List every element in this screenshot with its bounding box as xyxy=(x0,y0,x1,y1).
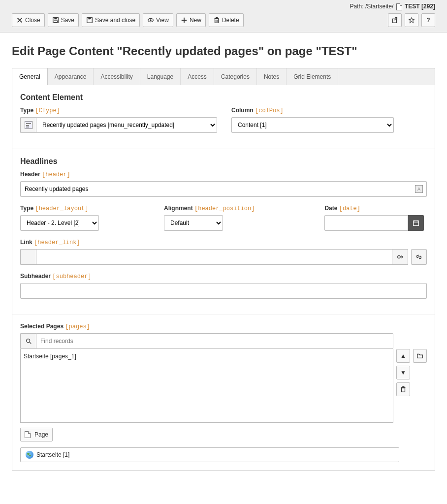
tab-accessibility[interactable]: Accessibility xyxy=(94,68,140,85)
bookmark-button[interactable] xyxy=(405,13,418,27)
column-select[interactable]: Content [1] xyxy=(231,117,394,133)
header-label: Header [header] xyxy=(20,171,427,178)
new-button[interactable]: New xyxy=(176,13,206,27)
remove-item-button[interactable] xyxy=(396,382,410,396)
delete-button[interactable]: Delete xyxy=(209,13,244,27)
page-title: Edit Page Content "Recently updated page… xyxy=(12,44,435,58)
page-icon xyxy=(25,431,31,438)
subheader-input[interactable] xyxy=(20,283,427,299)
page-icon xyxy=(396,3,402,10)
header-layout-select[interactable]: Header - 2. Level [2] xyxy=(20,215,99,231)
tab-access[interactable]: Access xyxy=(181,68,214,85)
save-button[interactable]: Save xyxy=(48,13,79,27)
globe-icon xyxy=(26,451,33,459)
svg-rect-1 xyxy=(54,18,57,20)
move-up-button[interactable]: ▲ xyxy=(396,349,410,363)
svg-rect-2 xyxy=(54,21,57,23)
tab-categories[interactable]: Categories xyxy=(214,68,257,85)
move-down-button[interactable]: ▼ xyxy=(396,366,410,379)
svg-point-6 xyxy=(150,19,152,21)
header-layout-label: Type [header_layout] xyxy=(20,205,99,212)
svg-rect-12 xyxy=(402,388,405,392)
link-toggle-button[interactable] xyxy=(392,249,408,265)
type-select[interactable]: Recently updated pages [menu_recently_up… xyxy=(36,117,217,133)
selected-pages-label: Selected Pages [pages] xyxy=(20,323,427,330)
localization-icon[interactable]: A xyxy=(415,185,423,193)
tab-language[interactable]: Language xyxy=(140,68,181,85)
date-picker-button[interactable] xyxy=(408,215,424,231)
page-record[interactable]: Startseite [1] xyxy=(20,447,399,462)
link-input[interactable] xyxy=(36,249,392,265)
tab-notes[interactable]: Notes xyxy=(257,68,287,85)
breadcrumb: Path: /Startseite/ TEST [292] xyxy=(12,3,435,13)
help-button[interactable]: ? xyxy=(421,13,435,27)
share-button[interactable] xyxy=(388,13,402,27)
alignment-label: Alignment [header_position] xyxy=(164,205,255,212)
search-icon xyxy=(20,333,36,349)
column-label: Column [colPos] xyxy=(231,107,427,114)
svg-rect-8 xyxy=(393,19,397,23)
link-type-icon xyxy=(20,249,36,265)
date-label: Date [date] xyxy=(324,205,424,212)
page-selector-button[interactable]: Page xyxy=(20,428,53,441)
tab-grid-elements[interactable]: Grid Elements xyxy=(287,68,338,85)
view-button[interactable]: View xyxy=(143,13,173,27)
header-input[interactable] xyxy=(20,181,427,197)
content-type-icon xyxy=(20,117,36,133)
section-content-element: Content Element xyxy=(20,93,427,102)
svg-rect-9 xyxy=(414,220,419,225)
list-item[interactable]: Startseite [pages_1] xyxy=(24,352,390,361)
svg-point-10 xyxy=(397,255,400,258)
tabs: General Appearance Accessibility Languag… xyxy=(12,68,435,85)
save-close-button[interactable]: Save and close xyxy=(82,13,140,27)
close-button[interactable]: Close xyxy=(12,13,45,27)
tab-appearance[interactable]: Appearance xyxy=(48,68,94,85)
find-records-input[interactable] xyxy=(36,333,393,349)
link-browser-button[interactable] xyxy=(411,249,427,265)
browse-records-button[interactable] xyxy=(413,349,427,363)
type-label: Type [CType] xyxy=(20,107,216,114)
link-label: Link [header_link] xyxy=(20,239,427,246)
subheader-label: Subheader [subheader] xyxy=(20,273,427,280)
tab-general[interactable]: General xyxy=(12,68,48,85)
date-input[interactable] xyxy=(324,215,408,231)
svg-point-11 xyxy=(26,339,30,342)
section-headlines: Headlines xyxy=(20,157,427,166)
selected-pages-list[interactable]: Startseite [pages_1] xyxy=(20,349,393,423)
alignment-select[interactable]: Default xyxy=(164,215,223,231)
